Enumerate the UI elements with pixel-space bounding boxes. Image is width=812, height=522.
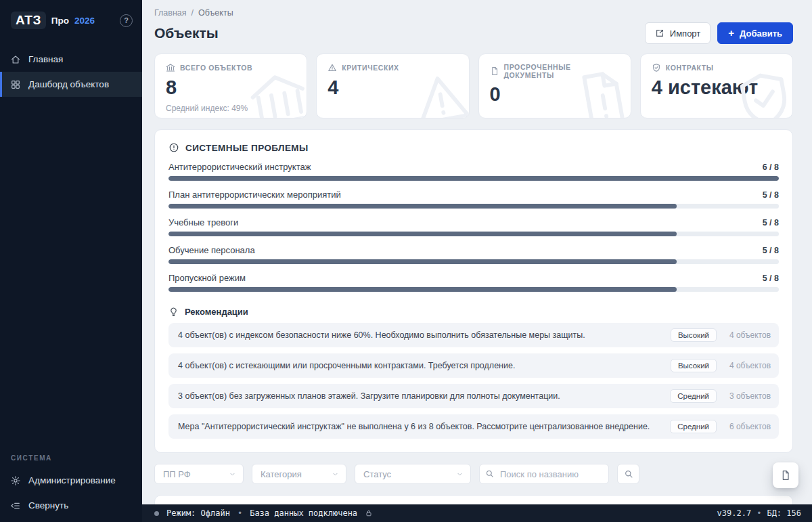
stat-card-contracts: КОНТРАКТЫ 4 истекают (640, 53, 793, 118)
problem-label: Обучение персонала (168, 245, 255, 255)
search-box (479, 464, 609, 484)
recommendation-row: 4 объект(ов) с истекающими или просрочен… (168, 353, 779, 378)
search-button[interactable] (617, 464, 639, 484)
problem-row: Обучение персонала 5 / 8 (168, 245, 779, 264)
warning-triangle-icon (328, 63, 337, 72)
recommendation-text: 3 объект(ов) без загруженных планов этаж… (178, 391, 660, 401)
problem-count: 5 / 8 (763, 274, 779, 283)
stat-card-total-objects: ВСЕГО ОБЪЕКТОВ 8 Средний индекс: 49% (154, 53, 307, 118)
status-separator: • (757, 508, 761, 518)
filter-value: Статус (363, 469, 391, 479)
recommendation-text: 4 объект(ов) с индексом безопасности ниж… (178, 330, 661, 340)
problem-count: 5 / 8 (763, 246, 779, 255)
progress-bar (168, 287, 779, 292)
chevron-down-icon (229, 471, 236, 478)
filter-pp-rf-select[interactable]: ПП РФ (154, 464, 244, 484)
breadcrumb: Главная / Объекты (154, 8, 793, 18)
stat-card-expired-documents: ПРОСРОЧЕННЫЕ ДОКУМЕНТЫ 0 (478, 53, 631, 118)
app-logo: АТЗ (11, 12, 46, 29)
problem-count: 5 / 8 (763, 218, 779, 227)
bank-icon (166, 63, 175, 72)
import-button-label: Импорт (670, 28, 700, 39)
shield-check-icon (652, 63, 661, 72)
stat-value: 4 истекают (652, 78, 782, 97)
status-dot-icon (154, 511, 159, 516)
floating-file-button[interactable] (773, 462, 798, 488)
sidebar-item-label: Свернуть (28, 500, 68, 510)
sidebar-item-objects-dashboard[interactable]: Дашборд объектов (0, 72, 142, 97)
recommendation-text: 4 объект(ов) с истекающими или просрочен… (178, 361, 661, 370)
search-icon (624, 469, 633, 479)
breadcrumb-home[interactable]: Главная (154, 8, 187, 18)
severity-badge: Средний (670, 389, 717, 403)
filters-row: ПП РФ Категория Статус (154, 464, 793, 484)
problem-row: Пропускной режим 5 / 8 (168, 273, 779, 292)
search-icon (485, 469, 494, 478)
severity-badge: Высокий (671, 359, 717, 372)
progress-bar (168, 176, 779, 181)
problem-count: 5 / 8 (763, 190, 779, 200)
add-button[interactable]: + Добавить (717, 22, 793, 44)
status-mode: Режим: Офлайн (166, 508, 230, 518)
problem-row: План антитеррористических мероприятий 5 … (168, 190, 779, 209)
problem-count: 6 / 8 (763, 162, 779, 172)
app-window: АТЗ Про 2026 ? Главная Дашборд объектов … (0, 0, 812, 522)
file-icon (780, 470, 791, 481)
search-input[interactable] (479, 464, 609, 484)
system-problems-panel: СИСТЕМНЫЕ ПРОБЛЕМЫ Антитеррористический … (154, 129, 793, 453)
objects-table-card (154, 495, 793, 504)
chevron-down-icon (456, 471, 464, 478)
system-section-label: СИСТЕМА (0, 454, 142, 468)
stat-value: 8 (166, 78, 296, 97)
page-title: Объекты (154, 25, 219, 41)
stat-label: ПРОСРОЧЕННЫЕ ДОКУМЕНТЫ (504, 63, 620, 79)
status-db-connection: База данных подключена (250, 508, 357, 518)
sidebar-item-administration[interactable]: Администрирование (0, 468, 142, 493)
alert-circle-icon (168, 142, 179, 153)
help-button[interactable]: ? (120, 14, 133, 27)
stat-cards: ВСЕГО ОБЪЕКТОВ 8 Средний индекс: 49% КРИ… (154, 53, 793, 118)
sidebar-item-home[interactable]: Главная (0, 47, 142, 72)
system-problems-header: СИСТЕМНЫЕ ПРОБЛЕМЫ (168, 142, 779, 153)
stat-label: КРИТИЧЕСКИХ (342, 64, 399, 72)
import-button[interactable]: Импорт (645, 22, 710, 44)
progress-bar (168, 259, 779, 264)
filter-value: ПП РФ (163, 469, 191, 479)
recommendation-count: 4 объектов (726, 361, 771, 370)
filter-status-select[interactable]: Статус (355, 464, 471, 484)
content: Главная / Объекты Объекты Импорт + Добав… (142, 0, 812, 504)
recommendations-header: Рекомендации (168, 307, 779, 317)
status-left: Режим: Офлайн • База данных подключена (154, 508, 373, 518)
recommendation-row: Мера "Антитеррористический инструктаж" н… (168, 414, 779, 439)
severity-badge: Высокий (671, 328, 717, 342)
status-separator: • (238, 508, 242, 518)
status-right: v39.2.7 • БД: 156 (717, 508, 801, 518)
recommendation-count: 6 объектов (726, 422, 771, 431)
logo-row: АТЗ Про 2026 ? (0, 0, 142, 43)
import-icon (655, 28, 664, 38)
filter-category-select[interactable]: Категория (252, 464, 346, 484)
plus-icon: + (728, 27, 734, 39)
stat-value: 4 (328, 78, 457, 97)
gear-icon (10, 475, 21, 486)
problem-label: Пропускной режим (168, 273, 246, 283)
recommendation-text: Мера "Антитеррористический инструктаж" н… (178, 422, 660, 431)
lightbulb-icon (168, 307, 179, 317)
problem-label: Антитеррористический инструктаж (168, 162, 311, 172)
sidebar-nav: Главная Дашборд объектов (0, 47, 142, 97)
problem-row: Учебные тревоги 5 / 8 (168, 217, 779, 236)
problem-row: Антитеррористический инструктаж 6 / 8 (168, 162, 779, 181)
system-problems-title: СИСТЕМНЫЕ ПРОБЛЕМЫ (185, 143, 309, 153)
breadcrumb-current: Объекты (198, 8, 233, 18)
sidebar-item-label: Администрирование (28, 475, 116, 485)
add-button-label: Добавить (740, 28, 782, 39)
sidebar-bottom: СИСТЕМА Администрирование Свернуть (0, 454, 142, 522)
dashboard-grid-icon (10, 79, 21, 90)
sidebar-item-collapse[interactable]: Свернуть (0, 493, 142, 518)
document-icon (490, 66, 499, 76)
logo-year: 2026 (74, 16, 95, 26)
collapse-sidebar-icon (10, 500, 21, 511)
progress-bar (168, 232, 779, 236)
progress-bar (168, 204, 779, 209)
severity-badge: Средний (670, 420, 717, 433)
